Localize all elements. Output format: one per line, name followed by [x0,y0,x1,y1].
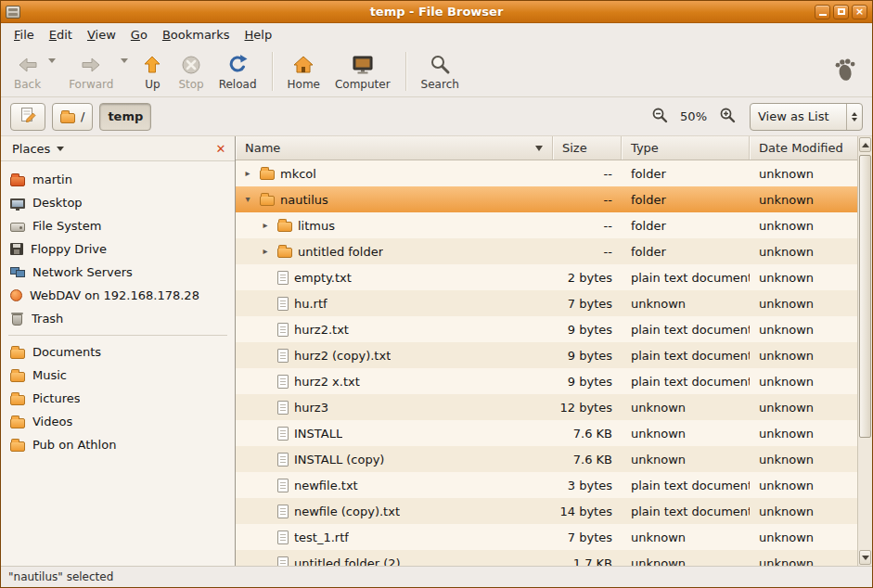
file-size: -- [553,167,622,181]
sidebar-place-item[interactable]: martin [1,168,235,191]
file-row[interactable]: hu.rtf 7 bytes unknown unknown [236,290,857,316]
forward-button[interactable]: Forward [61,49,121,94]
expander-icon[interactable]: ▾ [241,195,254,204]
search-button[interactable]: Search [414,49,467,94]
column-header-type[interactable]: Type [622,136,750,160]
file-type: plain text document [622,375,750,389]
text-file-icon [277,297,289,311]
sidebar-place-item[interactable]: Pub on Athlon [1,433,235,456]
status-text: "nautilus" selected [8,570,113,583]
view-mode-stepper[interactable] [846,104,862,130]
file-type: plain text document [622,479,750,492]
text-file-icon [277,271,289,285]
file-row[interactable]: untitled folder (2) 1.7 KB unknown unkno… [236,550,857,566]
sidebar-place-item[interactable]: Network Servers [1,261,235,284]
scrollbar-track[interactable] [859,153,871,549]
sidebar-place-item[interactable]: Documents [1,340,235,364]
file-name-cell: empty.txt [236,271,553,285]
home-button[interactable]: Home [280,49,327,94]
vertical-scrollbar[interactable] [857,136,872,566]
path-current-label: temp [108,109,143,123]
sidebar-place-item[interactable]: Desktop [1,191,235,214]
file-size: 7.6 KB [553,427,622,441]
back-button[interactable]: Back [6,49,48,94]
path-root-button[interactable]: / [52,103,93,131]
window-controls: × [815,5,867,19]
file-row[interactable]: hurz2 (copy).txt 9 bytes plain text docu… [236,342,857,368]
column-header-date-modified[interactable]: Date Modified [750,136,857,160]
file-type: plain text document [622,271,750,285]
file-type: folder [622,245,750,259]
minimize-button[interactable] [815,5,830,19]
file-name: newfile.txt [294,479,358,492]
stop-icon [180,53,202,77]
scroll-down-button[interactable] [859,550,871,565]
expander-icon[interactable]: ▸ [259,247,272,256]
menu-item-help[interactable]: Help [238,25,280,45]
text-file-icon [277,530,289,544]
scroll-up-button[interactable] [859,137,871,152]
file-row[interactable]: hurz3 12 bytes unknown unknown [236,394,857,420]
sidebar-place-item[interactable]: File System [1,214,235,237]
file-row[interactable]: ▾ nautilus -- folder unknown [236,186,857,212]
sidebar-close-button[interactable]: ✕ [212,140,229,157]
text-file-icon [277,401,289,415]
zoom-in-button[interactable] [717,105,738,129]
up-button[interactable]: Up [134,49,171,94]
menu-item-go[interactable]: Go [123,25,155,45]
file-date-modified: unknown [750,193,857,207]
forward-icon [80,53,102,77]
zoom-out-button[interactable] [649,105,670,129]
sidebar-place-item[interactable]: Videos [1,410,235,433]
zoom-out-icon [651,107,668,127]
file-row[interactable]: empty.txt 2 bytes plain text document un… [236,264,857,290]
file-row[interactable]: test_1.rtf 7 bytes unknown unknown [236,524,857,550]
menu-item-file[interactable]: File [6,25,42,45]
file-row[interactable]: newfile.txt 3 bytes plain text document … [236,472,857,498]
sidebar-place-item[interactable]: Trash [1,307,235,330]
stop-button[interactable]: Stop [171,49,211,94]
scrollbar-thumb[interactable] [859,155,871,438]
path-current-button[interactable]: temp [99,103,151,131]
file-name: untitled folder [298,245,383,259]
file-row[interactable]: INSTALL 7.6 KB unknown unknown [236,420,857,446]
sidebar-place-item[interactable]: Music [1,364,235,387]
sidebar-place-item[interactable]: Pictures [1,387,235,410]
file-row[interactable]: hurz2 x.txt 9 bytes plain text document … [236,368,857,394]
file-size: 7 bytes [553,530,622,544]
sidebar-place-item[interactable]: WebDAV on 192.168.178.28 [1,284,235,307]
view-mode-select[interactable]: View as List [750,103,863,131]
floppy-icon [10,243,23,255]
arrow-up-icon [862,143,869,147]
titlebar[interactable]: temp - File Browser × [1,1,872,23]
file-row[interactable]: hurz2.txt 9 bytes plain text document un… [236,316,857,342]
folder-icon [10,349,25,359]
sidebar-place-item[interactable]: Floppy Drive [1,237,235,261]
file-date-modified: unknown [750,245,857,259]
window-icon [6,6,20,19]
menu-item-edit[interactable]: Edit [42,25,80,45]
file-row[interactable]: ▸ mkcol -- folder unknown [236,160,857,186]
column-header-name[interactable]: Name [236,136,553,160]
reload-button[interactable]: Reload [212,49,264,94]
expander-icon[interactable]: ▸ [241,169,254,178]
file-row[interactable]: INSTALL (copy) 7.6 KB unknown unknown [236,446,857,472]
file-row[interactable]: ▸ litmus -- folder unknown [236,212,857,238]
maximize-button[interactable] [833,5,849,19]
menu-item-view[interactable]: View [80,25,123,45]
expander-icon[interactable]: ▸ [259,221,272,230]
close-button[interactable]: × [852,5,867,19]
computer-button[interactable]: Computer [327,49,398,94]
back-history-dropdown[interactable] [48,63,56,81]
folder-icon [60,113,75,123]
forward-history-dropdown[interactable] [121,63,128,81]
zoom-in-icon [719,107,736,127]
file-row[interactable]: ▸ untitled folder -- folder unknown [236,238,857,264]
location-edit-toggle-button[interactable] [10,103,45,131]
column-header-size[interactable]: Size [553,136,622,160]
places-dropdown-button[interactable]: Places [6,140,70,158]
file-row[interactable]: newfile (copy).txt 14 bytes plain text d… [236,498,857,524]
file-name-cell: hurz2 x.txt [236,375,553,389]
file-name-cell: ▸ litmus [236,219,553,233]
menu-item-bookmarks[interactable]: Bookmarks [155,25,238,45]
